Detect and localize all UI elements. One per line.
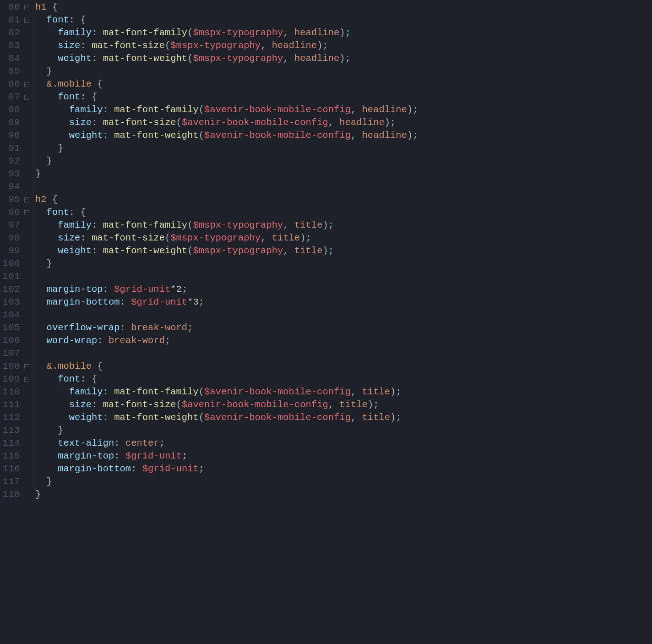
fold-collapse-icon[interactable] [24, 18, 29, 23]
line-number: 102 [0, 283, 23, 296]
token-brace: ( [199, 130, 204, 141]
code-editor[interactable]: 8081828384858687888990919293949596979899… [0, 0, 652, 501]
code-line[interactable]: size: mat-font-size($mspx-typography, he… [35, 39, 652, 52]
token-op: ; [373, 399, 379, 410]
token-prop: size [69, 117, 92, 128]
code-line[interactable]: &.mobile { [35, 78, 652, 91]
gutter-row: 91 [0, 142, 30, 155]
code-line[interactable]: family: mat-font-family($mspx-typography… [35, 27, 652, 39]
code-line[interactable]: margin-top: $grid-unit; [35, 450, 652, 463]
token-op: * [170, 284, 176, 295]
code-line[interactable]: } [35, 257, 652, 270]
code-line[interactable]: family: mat-font-family($avenir-book-mob… [35, 104, 652, 116]
fold-collapse-icon[interactable] [24, 210, 29, 215]
code-line[interactable]: } [35, 488, 652, 501]
token-func: mat-font-weight [103, 246, 188, 256]
fold-collapse-icon[interactable] [24, 377, 29, 382]
token-op: , [283, 53, 294, 64]
code-line[interactable]: } [35, 65, 652, 78]
code-line[interactable]: weight: mat-font-weight($mspx-typography… [35, 245, 652, 257]
token-op: , [283, 220, 294, 230]
code-line[interactable]: size: mat-font-size($avenir-book-mobile-… [35, 116, 652, 129]
code-line[interactable]: } [35, 142, 652, 155]
token-val: title [339, 399, 368, 410]
fold-slot [23, 440, 30, 447]
gutter-row: 109 [0, 373, 30, 386]
token-func: mat-font-size [92, 40, 165, 51]
token-brace: ( [176, 399, 182, 410]
gutter-row: 110 [0, 386, 30, 398]
token-brace: ) [300, 233, 305, 243]
token-val: break-word [131, 322, 187, 333]
code-line[interactable]: } [35, 155, 652, 168]
code-line[interactable]: size: mat-font-size($mspx-typography, ti… [35, 232, 652, 245]
code-line[interactable]: overflow-wrap: break-word; [35, 322, 652, 334]
token-op: : [103, 387, 114, 397]
line-number: 111 [0, 398, 23, 411]
token-brace: } [35, 169, 41, 179]
line-number: 89 [0, 116, 23, 129]
token-op: ; [328, 246, 334, 256]
code-line[interactable]: font: { [35, 206, 652, 219]
token-brace: ( [176, 117, 182, 128]
token-op: ; [182, 451, 187, 461]
code-line[interactable] [35, 180, 652, 193]
code-line[interactable] [35, 270, 652, 283]
code-line[interactable]: font: { [35, 373, 652, 386]
code-area[interactable]: h1 { font: { family: mat-font-family($ms… [33, 1, 652, 501]
token-var: $grid-unit [114, 284, 170, 295]
code-line[interactable]: } [35, 424, 652, 437]
fold-collapse-icon[interactable] [24, 95, 29, 100]
gutter-row: 80 [0, 1, 30, 14]
code-line[interactable]: font: { [35, 91, 652, 104]
fold-collapse-icon[interactable] [24, 197, 29, 202]
fold-slot [23, 93, 30, 101]
token-op: : [80, 374, 92, 384]
token-prop: family [69, 104, 103, 115]
code-line[interactable]: } [35, 475, 652, 488]
line-number: 83 [0, 39, 23, 52]
code-line[interactable]: size: mat-font-size($avenir-book-mobile-… [35, 398, 652, 411]
code-line[interactable]: margin-top: $grid-unit*2; [35, 283, 652, 296]
fold-collapse-icon[interactable] [24, 364, 29, 369]
code-line[interactable] [35, 309, 652, 322]
code-line[interactable]: weight: mat-font-weight($mspx-typography… [35, 52, 652, 65]
fold-collapse-icon[interactable] [24, 5, 29, 10]
code-line[interactable]: margin-bottom: $grid-unit; [35, 463, 652, 475]
token-op: : [103, 284, 114, 295]
token-plain [92, 361, 97, 371]
code-line[interactable]: &.mobile { [35, 360, 652, 373]
code-line[interactable]: word-wrap: break-word; [35, 334, 652, 347]
gutter-row: 103 [0, 296, 30, 309]
line-number: 90 [0, 129, 23, 142]
code-line[interactable]: } [35, 168, 652, 180]
gutter-row: 104 [0, 309, 30, 322]
line-number: 101 [0, 270, 23, 283]
token-op: , [261, 40, 272, 51]
code-line[interactable]: weight: mat-font-weight($avenir-book-mob… [35, 129, 652, 142]
token-var: $mspx-typography [193, 53, 283, 64]
token-brace: } [47, 258, 52, 269]
code-line[interactable]: family: mat-font-family($mspx-typography… [35, 219, 652, 232]
code-line[interactable]: margin-bottom: $grid-unit*3; [35, 296, 652, 309]
code-line[interactable]: h1 { [35, 1, 652, 14]
token-op: : [92, 220, 103, 230]
token-amp: & [47, 361, 52, 371]
token-op: : [69, 207, 81, 218]
code-line[interactable]: h2 { [35, 193, 652, 206]
gutter-row: 89 [0, 116, 30, 129]
token-op: , [351, 130, 362, 141]
code-line[interactable]: text-align: center; [35, 437, 652, 450]
code-line[interactable]: family: mat-font-family($avenir-book-mob… [35, 386, 652, 398]
line-number: 104 [0, 309, 23, 322]
fold-slot [23, 209, 30, 216]
fold-collapse-icon[interactable] [24, 82, 29, 87]
code-line[interactable] [35, 347, 652, 360]
token-num: 2 [176, 284, 182, 295]
code-line[interactable]: weight: mat-font-weight($avenir-book-mob… [35, 411, 652, 424]
token-brace: ) [322, 246, 328, 256]
code-line[interactable]: font: { [35, 14, 652, 27]
line-number: 85 [0, 65, 23, 78]
token-op: ; [159, 438, 165, 448]
line-number: 115 [0, 450, 23, 463]
